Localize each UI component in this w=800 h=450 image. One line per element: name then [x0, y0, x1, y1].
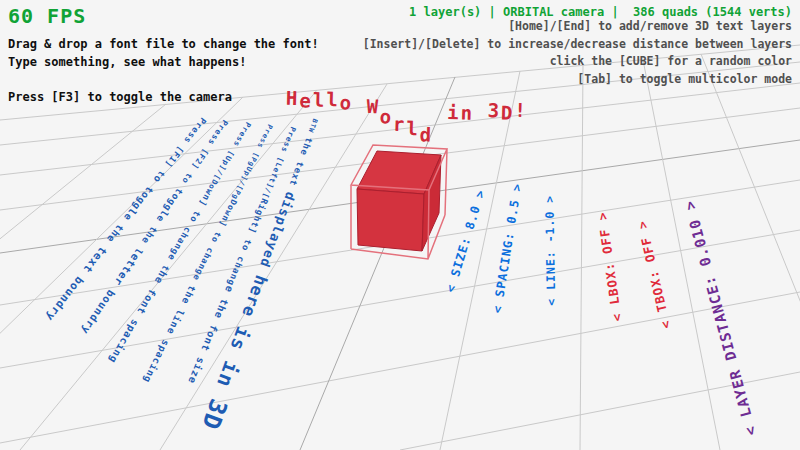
cube-face-front[interactable]	[357, 189, 424, 251]
hint-camera-toggle: Press [F3] to toggle the camera	[8, 88, 319, 106]
hud-right: 1 layer(s) | ORBITAL camera | 386 quads …	[363, 6, 792, 88]
wave-letter: W	[366, 97, 380, 116]
grid-line	[701, 54, 800, 450]
grid-line	[0, 292, 800, 443]
wave-letter	[353, 91, 367, 110]
wave-letter: n	[460, 103, 474, 122]
wave-letter: d	[419, 125, 433, 144]
wave-letter: o	[380, 107, 394, 126]
hint-add-remove-layers: [Home]/[End] to add/remove 3D text layer…	[363, 18, 792, 36]
wave-letter: l	[326, 90, 340, 109]
hint-multicolor-toggle: [Tab] to toggle multicolor mode	[363, 71, 792, 89]
left-help-block: Drag & drop a font file to change the fo…	[8, 35, 319, 106]
fps-counter: 60 FPS	[8, 6, 319, 26]
wave-letter: !	[514, 101, 528, 120]
wave-letter: i	[447, 103, 461, 122]
wave-letter: r	[393, 115, 407, 134]
grid-line	[580, 65, 583, 450]
wave-letter: l	[406, 119, 420, 138]
ground-text-segment: BTW	[305, 118, 319, 139]
wave-letter: D	[501, 103, 515, 122]
option-line: < LINE: -1.0 >	[544, 195, 557, 306]
hud-left: 60 FPS Drag & drop a font file to change…	[8, 6, 319, 106]
wave-letter	[474, 94, 488, 113]
wave-letter	[434, 93, 448, 112]
hint-cube-click: click the [CUBE] for a random color	[363, 53, 792, 71]
cube[interactable]	[351, 145, 447, 259]
hint-layer-distance: [Insert]/[Delete] to increase/decrease d…	[363, 36, 792, 54]
hint-type-something: Type something, see what happens!	[8, 53, 319, 71]
hint-drag-drop-font: Drag & drop a font file to change the fo…	[8, 35, 319, 53]
stats-line: 1 layer(s) | ORBITAL camera | 386 quads …	[363, 6, 792, 18]
wave-letter: 3	[487, 101, 501, 120]
wave-letter: o	[340, 93, 354, 112]
right-help-block: [Home]/[End] to add/remove 3D text layer…	[363, 18, 792, 88]
